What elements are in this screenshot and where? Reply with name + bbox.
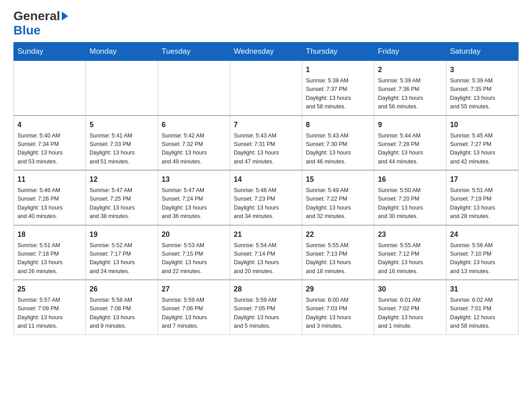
calendar-cell: 3Sunrise: 5:39 AM Sunset: 7:35 PM Daylig… (446, 61, 519, 116)
day-number: 1 (306, 64, 370, 75)
calendar-cell: 17Sunrise: 5:51 AM Sunset: 7:19 PM Dayli… (446, 170, 519, 225)
day-number: 30 (378, 284, 442, 295)
day-number: 6 (162, 120, 226, 130)
logo-blue-text: Blue (13, 23, 41, 38)
day-info: Sunrise: 5:38 AM Sunset: 7:37 PM Dayligh… (306, 77, 370, 111)
day-info: Sunrise: 5:51 AM Sunset: 7:19 PM Dayligh… (450, 186, 515, 221)
day-info: Sunrise: 5:47 AM Sunset: 7:25 PM Dayligh… (90, 186, 154, 221)
day-info: Sunrise: 5:42 AM Sunset: 7:32 PM Dayligh… (162, 132, 226, 167)
weekday-header: Friday (374, 43, 446, 61)
day-number: 14 (234, 174, 298, 185)
calendar-cell: 7Sunrise: 5:43 AM Sunset: 7:31 PM Daylig… (230, 116, 302, 171)
day-number: 18 (17, 229, 82, 240)
weekday-header: Monday (86, 43, 158, 61)
calendar-cell: 1Sunrise: 5:38 AM Sunset: 7:37 PM Daylig… (302, 61, 374, 116)
day-number: 29 (306, 284, 370, 295)
day-number: 22 (306, 229, 370, 240)
day-info: Sunrise: 5:59 AM Sunset: 7:05 PM Dayligh… (234, 296, 298, 331)
calendar-table: SundayMondayTuesdayWednesdayThursdayFrid… (13, 42, 519, 335)
day-info: Sunrise: 5:46 AM Sunset: 7:26 PM Dayligh… (17, 186, 82, 221)
calendar-cell: 4Sunrise: 5:40 AM Sunset: 7:34 PM Daylig… (14, 116, 86, 171)
calendar-cell: 26Sunrise: 5:58 AM Sunset: 7:08 PM Dayli… (86, 280, 158, 334)
day-number: 20 (162, 229, 226, 240)
day-number: 4 (17, 120, 82, 130)
weekday-header: Thursday (302, 43, 374, 61)
calendar-week-row: 25Sunrise: 5:57 AM Sunset: 7:09 PM Dayli… (14, 280, 519, 334)
logo: General Blue (13, 9, 68, 38)
day-number: 19 (90, 229, 154, 240)
calendar-cell: 30Sunrise: 6:01 AM Sunset: 7:02 PM Dayli… (374, 280, 446, 334)
day-info: Sunrise: 5:44 AM Sunset: 7:28 PM Dayligh… (378, 132, 442, 167)
calendar-cell (14, 61, 86, 116)
day-info: Sunrise: 5:52 AM Sunset: 7:17 PM Dayligh… (90, 241, 154, 276)
day-number: 31 (450, 284, 515, 295)
calendar-cell (230, 61, 302, 116)
weekday-header: Sunday (14, 43, 86, 61)
day-number: 28 (234, 284, 298, 295)
day-info: Sunrise: 5:45 AM Sunset: 7:27 PM Dayligh… (450, 132, 515, 167)
calendar-cell: 2Sunrise: 5:39 AM Sunset: 7:36 PM Daylig… (374, 61, 446, 116)
day-number: 25 (17, 284, 82, 295)
weekday-header: Wednesday (230, 43, 302, 61)
page-header: General Blue (13, 9, 519, 38)
day-info: Sunrise: 5:41 AM Sunset: 7:33 PM Dayligh… (90, 132, 154, 167)
day-info: Sunrise: 5:55 AM Sunset: 7:13 PM Dayligh… (306, 241, 370, 276)
logo-arrow-icon (62, 12, 68, 21)
day-info: Sunrise: 5:48 AM Sunset: 7:23 PM Dayligh… (234, 186, 298, 221)
day-number: 23 (378, 229, 442, 240)
day-number: 8 (306, 120, 370, 130)
calendar-cell: 6Sunrise: 5:42 AM Sunset: 7:32 PM Daylig… (158, 116, 230, 171)
calendar-week-row: 11Sunrise: 5:46 AM Sunset: 7:26 PM Dayli… (14, 170, 519, 225)
calendar-cell: 28Sunrise: 5:59 AM Sunset: 7:05 PM Dayli… (230, 280, 302, 334)
weekday-header-row: SundayMondayTuesdayWednesdayThursdayFrid… (14, 43, 519, 61)
day-number: 15 (306, 174, 370, 185)
day-info: Sunrise: 5:47 AM Sunset: 7:24 PM Dayligh… (162, 186, 226, 221)
calendar-week-row: 1Sunrise: 5:38 AM Sunset: 7:37 PM Daylig… (14, 61, 519, 116)
calendar-cell: 23Sunrise: 5:55 AM Sunset: 7:12 PM Dayli… (374, 225, 446, 280)
day-number: 2 (378, 64, 442, 75)
calendar-cell: 22Sunrise: 5:55 AM Sunset: 7:13 PM Dayli… (302, 225, 374, 280)
day-number: 12 (90, 174, 154, 185)
day-number: 5 (90, 120, 154, 130)
calendar-cell: 29Sunrise: 6:00 AM Sunset: 7:03 PM Dayli… (302, 280, 374, 334)
day-number: 27 (162, 284, 226, 295)
calendar-cell: 19Sunrise: 5:52 AM Sunset: 7:17 PM Dayli… (86, 225, 158, 280)
day-info: Sunrise: 6:01 AM Sunset: 7:02 PM Dayligh… (378, 296, 442, 331)
calendar-cell: 11Sunrise: 5:46 AM Sunset: 7:26 PM Dayli… (14, 170, 86, 225)
day-info: Sunrise: 5:50 AM Sunset: 7:20 PM Dayligh… (378, 186, 442, 221)
calendar-week-row: 18Sunrise: 5:51 AM Sunset: 7:18 PM Dayli… (14, 225, 519, 280)
calendar-cell: 12Sunrise: 5:47 AM Sunset: 7:25 PM Dayli… (86, 170, 158, 225)
day-info: Sunrise: 5:56 AM Sunset: 7:10 PM Dayligh… (450, 241, 515, 276)
day-info: Sunrise: 5:57 AM Sunset: 7:09 PM Dayligh… (17, 296, 82, 331)
day-number: 13 (162, 174, 226, 185)
day-info: Sunrise: 5:43 AM Sunset: 7:30 PM Dayligh… (306, 132, 370, 167)
day-info: Sunrise: 5:39 AM Sunset: 7:35 PM Dayligh… (450, 77, 515, 111)
day-info: Sunrise: 5:59 AM Sunset: 7:06 PM Dayligh… (162, 296, 226, 331)
day-info: Sunrise: 6:00 AM Sunset: 7:03 PM Dayligh… (306, 296, 370, 331)
day-number: 11 (17, 174, 82, 185)
day-info: Sunrise: 6:02 AM Sunset: 7:01 PM Dayligh… (450, 296, 515, 331)
calendar-cell: 14Sunrise: 5:48 AM Sunset: 7:23 PM Dayli… (230, 170, 302, 225)
calendar-cell: 10Sunrise: 5:45 AM Sunset: 7:27 PM Dayli… (446, 116, 519, 171)
calendar-cell: 25Sunrise: 5:57 AM Sunset: 7:09 PM Dayli… (14, 280, 86, 334)
day-number: 17 (450, 174, 515, 185)
calendar-cell: 16Sunrise: 5:50 AM Sunset: 7:20 PM Dayli… (374, 170, 446, 225)
calendar-cell (158, 61, 230, 116)
calendar-cell: 24Sunrise: 5:56 AM Sunset: 7:10 PM Dayli… (446, 225, 519, 280)
day-info: Sunrise: 5:49 AM Sunset: 7:22 PM Dayligh… (306, 186, 370, 221)
calendar-cell: 9Sunrise: 5:44 AM Sunset: 7:28 PM Daylig… (374, 116, 446, 171)
logo-general-text: General (13, 9, 60, 23)
day-number: 16 (378, 174, 442, 185)
weekday-header: Tuesday (158, 43, 230, 61)
day-number: 3 (450, 64, 515, 75)
day-number: 26 (90, 284, 154, 295)
calendar-cell: 21Sunrise: 5:54 AM Sunset: 7:14 PM Dayli… (230, 225, 302, 280)
day-info: Sunrise: 5:39 AM Sunset: 7:36 PM Dayligh… (378, 77, 442, 111)
calendar-cell: 5Sunrise: 5:41 AM Sunset: 7:33 PM Daylig… (86, 116, 158, 171)
day-number: 24 (450, 229, 515, 240)
day-info: Sunrise: 5:51 AM Sunset: 7:18 PM Dayligh… (17, 241, 82, 276)
day-number: 10 (450, 120, 515, 130)
calendar-cell: 15Sunrise: 5:49 AM Sunset: 7:22 PM Dayli… (302, 170, 374, 225)
calendar-cell: 8Sunrise: 5:43 AM Sunset: 7:30 PM Daylig… (302, 116, 374, 171)
calendar-cell: 20Sunrise: 5:53 AM Sunset: 7:15 PM Dayli… (158, 225, 230, 280)
